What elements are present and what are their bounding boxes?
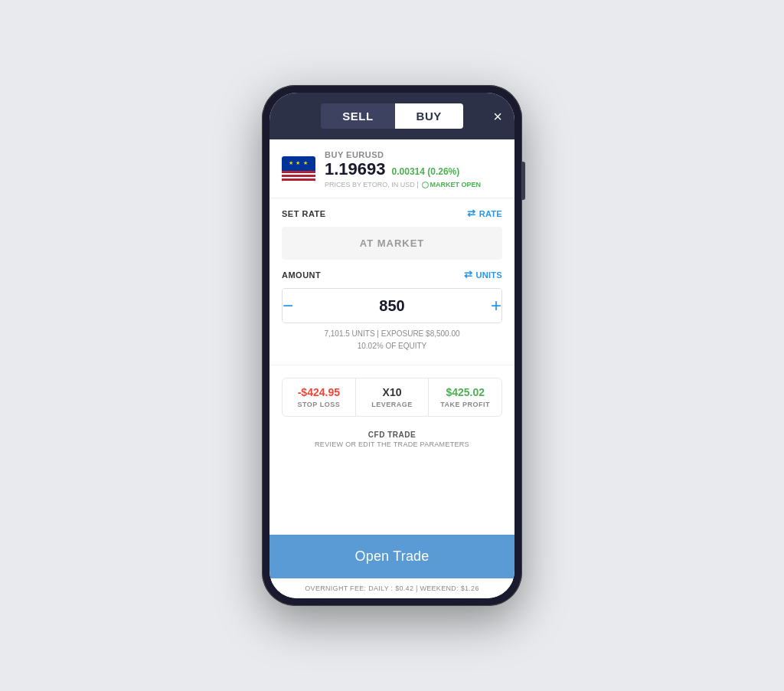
amount-control: − + [282, 288, 502, 323]
eu-flag: ★ ★ ★ [282, 156, 315, 171]
asset-action-label: BUY EURUSD [325, 150, 502, 159]
asset-meta: PRICES BY ETORO, IN USD | MARKET OPEN [325, 181, 502, 188]
phone-frame: SELL BUY × ★ ★ ★ BUY EURUSD [262, 85, 522, 606]
take-profit-cell[interactable]: $425.02 TAKE PROFIT [429, 378, 501, 416]
rate-link[interactable]: ⇄ RATE [467, 208, 502, 219]
swap-icon-2: ⇄ [464, 269, 472, 280]
price-change: 0.00314 (0.26%) [392, 166, 460, 177]
amount-label: AMOUNT [282, 270, 321, 280]
open-trade-area: Open Trade OVERNIGHT FEE: DAILY : $0.42 … [270, 535, 514, 598]
set-rate-label: SET RATE [282, 209, 326, 218]
stop-loss-value: -$424.95 [289, 386, 349, 398]
leverage-cell[interactable]: X10 LEVERAGE [356, 378, 430, 416]
params-row: -$424.95 STOP LOSS X10 LEVERAGE $425.02 … [282, 378, 502, 417]
buy-tab[interactable]: BUY [395, 103, 463, 129]
leverage-label: LEVERAGE [362, 401, 423, 408]
take-profit-label: TAKE PROFIT [435, 401, 495, 408]
stop-loss-cell[interactable]: -$424.95 STOP LOSS [283, 378, 356, 416]
sell-tab[interactable]: SELL [321, 103, 394, 129]
amount-details: 7,101.5 UNITS | EXPOSURE $8,500.00 10.02… [282, 328, 502, 352]
overnight-fee: OVERNIGHT FEE: DAILY : $0.42 | WEEKEND: … [270, 578, 514, 598]
decrease-amount-button[interactable]: − [283, 289, 293, 323]
cfd-info: CFD TRADE REVIEW OR EDIT THE TRADE PARAM… [282, 426, 502, 459]
open-trade-button[interactable]: Open Trade [270, 535, 514, 578]
amount-section: AMOUNT ⇄ UNITS − + 7,101.5 UNITS | EXPOS… [270, 269, 514, 362]
take-profit-value: $425.02 [435, 386, 495, 398]
market-open-badge: MARKET OPEN [422, 181, 482, 188]
asset-price: 1.19693 [325, 159, 386, 179]
leverage-value: X10 [362, 386, 423, 398]
side-button [522, 162, 525, 200]
cfd-subtitle: REVIEW OR EDIT THE TRADE PARAMETERS [282, 440, 502, 448]
set-rate-section: SET RATE ⇄ RATE AT MARKET [270, 198, 514, 269]
phone-screen: SELL BUY × ★ ★ ★ BUY EURUSD [270, 93, 514, 598]
eu-stars: ★ ★ ★ [289, 160, 309, 166]
swap-icon: ⇄ [467, 208, 475, 219]
top-bar: SELL BUY × [270, 93, 514, 139]
set-rate-header: SET RATE ⇄ RATE [282, 208, 502, 219]
cfd-title: CFD TRADE [282, 431, 502, 439]
clock-icon [422, 182, 429, 188]
close-button[interactable]: × [493, 109, 502, 124]
amount-input[interactable] [293, 290, 491, 323]
trade-params: -$424.95 STOP LOSS X10 LEVERAGE $425.02 … [270, 368, 514, 459]
increase-amount-button[interactable]: + [491, 289, 501, 323]
currency-flags: ★ ★ ★ [282, 156, 315, 182]
asset-info: BUY EURUSD 1.19693 0.00314 (0.26%) PRICE… [325, 150, 502, 188]
stop-loss-label: STOP LOSS [289, 401, 349, 408]
units-link[interactable]: ⇄ UNITS [464, 269, 502, 280]
asset-header: ★ ★ ★ BUY EURUSD 1.19693 0.00314 (0.26%) [270, 139, 514, 198]
at-market-button[interactable]: AT MARKET [282, 227, 502, 260]
divider [270, 365, 514, 365]
amount-header: AMOUNT ⇄ UNITS [282, 269, 502, 280]
content-area: ★ ★ ★ BUY EURUSD 1.19693 0.00314 (0.26%) [270, 139, 514, 535]
asset-price-row: 1.19693 0.00314 (0.26%) [325, 159, 502, 179]
tab-group: SELL BUY [321, 103, 463, 129]
us-flag [282, 171, 315, 182]
